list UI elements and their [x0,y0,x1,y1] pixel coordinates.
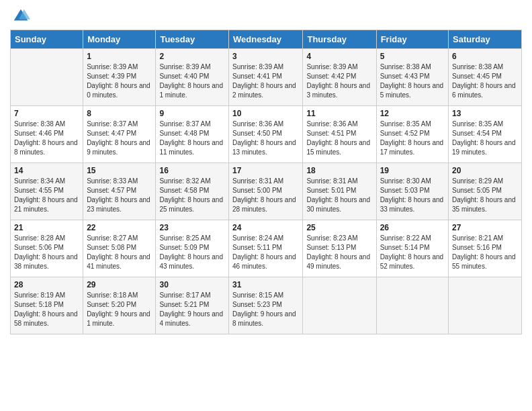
day-info: Sunrise: 8:25 AMSunset: 5:09 PMDaylight:… [159,234,225,271]
day-info: Sunrise: 8:27 AMSunset: 5:08 PMDaylight:… [87,234,152,271]
calendar-cell: 14Sunrise: 8:34 AMSunset: 4:55 PMDayligh… [11,163,83,220]
calendar-cell: 22Sunrise: 8:27 AMSunset: 5:08 PMDayligh… [83,220,156,277]
day-info: Sunrise: 8:38 AMSunset: 4:45 PMDaylight:… [452,62,518,100]
calendar-cell: 13Sunrise: 8:35 AMSunset: 4:54 PMDayligh… [449,106,522,163]
day-number: 20 [452,166,518,175]
day-info: Sunrise: 8:31 AMSunset: 5:01 PMDaylight:… [306,177,372,214]
calendar-cell: 12Sunrise: 8:35 AMSunset: 4:52 PMDayligh… [376,106,448,163]
calendar-cell: 15Sunrise: 8:33 AMSunset: 4:57 PMDayligh… [83,163,156,220]
day-info: Sunrise: 8:28 AMSunset: 5:06 PMDaylight:… [14,234,79,271]
day-number: 21 [14,223,79,232]
calendar-cell: 24Sunrise: 8:24 AMSunset: 5:11 PMDayligh… [229,220,303,277]
day-number: 2 [159,52,225,61]
day-info: Sunrise: 8:39 AMSunset: 4:42 PMDaylight:… [306,62,372,100]
logo-icon [11,7,30,26]
day-number: 6 [452,52,518,61]
day-info: Sunrise: 8:37 AMSunset: 4:47 PMDaylight:… [87,120,152,157]
calendar-week-2: 7Sunrise: 8:38 AMSunset: 4:46 PMDaylight… [11,106,522,163]
calendar-week-3: 14Sunrise: 8:34 AMSunset: 4:55 PMDayligh… [11,163,522,220]
day-info: Sunrise: 8:22 AMSunset: 5:14 PMDaylight:… [380,234,445,271]
calendar-cell: 25Sunrise: 8:23 AMSunset: 5:13 PMDayligh… [303,220,376,277]
logo [10,7,30,26]
calendar-cell: 29Sunrise: 8:18 AMSunset: 5:20 PMDayligh… [83,277,156,334]
day-number: 7 [14,109,79,118]
calendar-cell: 21Sunrise: 8:28 AMSunset: 5:06 PMDayligh… [11,220,83,277]
calendar-cell: 16Sunrise: 8:32 AMSunset: 4:58 PMDayligh… [156,163,229,220]
day-number: 18 [306,166,372,175]
page-header [10,7,522,26]
day-number: 15 [87,166,152,175]
day-number: 30 [159,280,225,289]
day-info: Sunrise: 8:21 AMSunset: 5:16 PMDaylight:… [452,234,518,271]
day-number: 10 [232,109,299,118]
day-info: Sunrise: 8:34 AMSunset: 4:55 PMDaylight:… [14,177,79,214]
day-info: Sunrise: 8:38 AMSunset: 4:46 PMDaylight:… [14,120,79,157]
calendar-table: SundayMondayTuesdayWednesdayThursdayFrid… [10,30,522,334]
weekday-header-saturday: Saturday [449,30,522,49]
day-info: Sunrise: 8:17 AMSunset: 5:21 PMDaylight:… [159,291,225,328]
day-number: 13 [452,109,518,118]
day-info: Sunrise: 8:37 AMSunset: 4:48 PMDaylight:… [159,120,225,157]
calendar-cell: 3Sunrise: 8:39 AMSunset: 4:41 PMDaylight… [229,49,303,106]
calendar-cell: 30Sunrise: 8:17 AMSunset: 5:21 PMDayligh… [156,277,229,334]
calendar-cell: 17Sunrise: 8:31 AMSunset: 5:00 PMDayligh… [229,163,303,220]
day-number: 22 [87,223,152,232]
calendar-cell: 6Sunrise: 8:38 AMSunset: 4:45 PMDaylight… [449,49,522,106]
day-info: Sunrise: 8:39 AMSunset: 4:40 PMDaylight:… [159,62,225,100]
day-info: Sunrise: 8:18 AMSunset: 5:20 PMDaylight:… [87,291,152,328]
day-number: 26 [380,223,445,232]
day-number: 9 [159,109,225,118]
weekday-header-tuesday: Tuesday [156,30,229,49]
calendar-cell [11,49,83,106]
calendar-cell: 11Sunrise: 8:36 AMSunset: 4:51 PMDayligh… [303,106,376,163]
day-number: 5 [380,52,445,61]
calendar-cell: 1Sunrise: 8:39 AMSunset: 4:39 PMDaylight… [83,49,156,106]
weekday-header-wednesday: Wednesday [229,30,303,49]
day-info: Sunrise: 8:39 AMSunset: 4:39 PMDaylight:… [87,62,152,100]
day-number: 12 [380,109,445,118]
day-info: Sunrise: 8:30 AMSunset: 5:03 PMDaylight:… [380,177,445,214]
calendar-cell: 5Sunrise: 8:38 AMSunset: 4:43 PMDaylight… [376,49,448,106]
weekday-header-row: SundayMondayTuesdayWednesdayThursdayFrid… [11,30,522,49]
day-number: 28 [14,280,79,289]
day-info: Sunrise: 8:36 AMSunset: 4:51 PMDaylight:… [306,120,372,157]
day-info: Sunrise: 8:38 AMSunset: 4:43 PMDaylight:… [380,62,445,100]
weekday-header-friday: Friday [376,30,448,49]
calendar-cell: 28Sunrise: 8:19 AMSunset: 5:18 PMDayligh… [11,277,83,334]
calendar-cell: 31Sunrise: 8:15 AMSunset: 5:23 PMDayligh… [229,277,303,334]
day-number: 3 [232,52,299,61]
day-number: 4 [306,52,372,61]
day-number: 8 [87,109,152,118]
day-number: 31 [232,280,299,289]
calendar-cell: 8Sunrise: 8:37 AMSunset: 4:47 PMDaylight… [83,106,156,163]
day-number: 27 [452,223,518,232]
day-info: Sunrise: 8:35 AMSunset: 4:52 PMDaylight:… [380,120,445,157]
day-info: Sunrise: 8:32 AMSunset: 4:58 PMDaylight:… [159,177,225,214]
day-info: Sunrise: 8:35 AMSunset: 4:54 PMDaylight:… [452,120,518,157]
calendar-cell: 9Sunrise: 8:37 AMSunset: 4:48 PMDaylight… [156,106,229,163]
day-number: 1 [87,52,152,61]
calendar-cell [303,277,376,334]
day-info: Sunrise: 8:33 AMSunset: 4:57 PMDaylight:… [87,177,152,214]
day-info: Sunrise: 8:39 AMSunset: 4:41 PMDaylight:… [232,62,299,100]
calendar-cell: 7Sunrise: 8:38 AMSunset: 4:46 PMDaylight… [11,106,83,163]
day-info: Sunrise: 8:23 AMSunset: 5:13 PMDaylight:… [306,234,372,271]
calendar-cell: 19Sunrise: 8:30 AMSunset: 5:03 PMDayligh… [376,163,448,220]
calendar-cell: 26Sunrise: 8:22 AMSunset: 5:14 PMDayligh… [376,220,448,277]
day-number: 17 [232,166,299,175]
weekday-header-sunday: Sunday [11,30,83,49]
calendar-week-1: 1Sunrise: 8:39 AMSunset: 4:39 PMDaylight… [11,49,522,106]
calendar-cell: 27Sunrise: 8:21 AMSunset: 5:16 PMDayligh… [449,220,522,277]
day-info: Sunrise: 8:24 AMSunset: 5:11 PMDaylight:… [232,234,299,271]
day-info: Sunrise: 8:31 AMSunset: 5:00 PMDaylight:… [232,177,299,214]
calendar-cell: 10Sunrise: 8:36 AMSunset: 4:50 PMDayligh… [229,106,303,163]
calendar-cell: 18Sunrise: 8:31 AMSunset: 5:01 PMDayligh… [303,163,376,220]
day-number: 11 [306,109,372,118]
calendar-cell: 20Sunrise: 8:29 AMSunset: 5:05 PMDayligh… [449,163,522,220]
day-number: 19 [380,166,445,175]
day-number: 29 [87,280,152,289]
calendar-week-4: 21Sunrise: 8:28 AMSunset: 5:06 PMDayligh… [11,220,522,277]
day-number: 24 [232,223,299,232]
day-info: Sunrise: 8:29 AMSunset: 5:05 PMDaylight:… [452,177,518,214]
calendar-cell: 4Sunrise: 8:39 AMSunset: 4:42 PMDaylight… [303,49,376,106]
